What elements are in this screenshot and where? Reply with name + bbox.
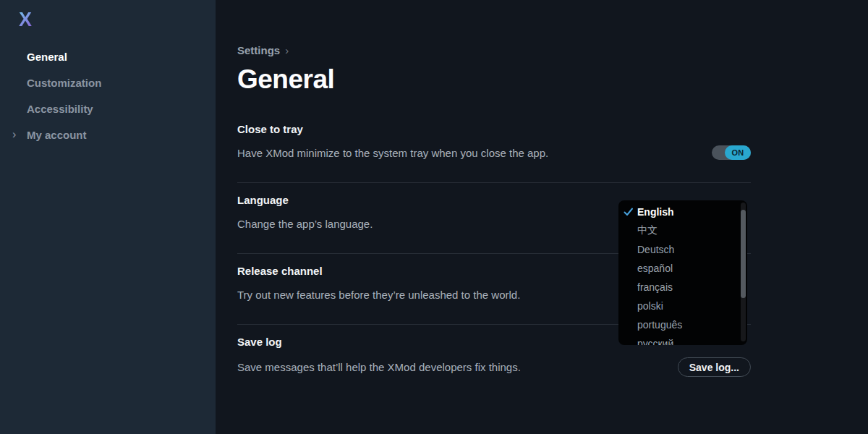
section-description: Save messages that’ll help the XMod deve… (237, 361, 521, 373)
sidebar: X General Customization Accessibility › … (0, 0, 216, 434)
language-option-polish[interactable]: polski (618, 297, 747, 315)
sidebar-item-label: My account (27, 129, 87, 141)
language-option-label: 中文 (637, 224, 658, 237)
sidebar-item-label: Customization (27, 77, 101, 89)
language-option-label: français (637, 281, 673, 293)
language-option-label: polski (637, 300, 663, 312)
language-option-french[interactable]: français (618, 278, 747, 297)
language-option-label: Deutsch (637, 244, 674, 255)
language-option-portuguese[interactable]: português (618, 315, 747, 334)
sidebar-item-general[interactable]: General (0, 43, 216, 69)
sidebar-item-label: General (27, 51, 67, 63)
page-title: General (237, 64, 751, 95)
language-option-label: English (637, 206, 674, 218)
app-logo[interactable]: X (19, 9, 32, 31)
section-description: Change the app’s language. (237, 218, 373, 230)
main-panel: Settings › General Close to tray Have XM… (216, 0, 868, 434)
section-description: Try out new features before they’re unle… (237, 289, 520, 301)
language-option-spanish[interactable]: español (618, 259, 747, 278)
language-dropdown-menu: English 中文 Deutsch español français pols… (618, 200, 747, 345)
dropdown-scrollbar-thumb[interactable] (741, 210, 746, 298)
chevron-right-icon: › (12, 129, 16, 140)
sidebar-nav: General Customization Accessibility › My… (0, 43, 216, 148)
breadcrumb[interactable]: Settings › (237, 44, 751, 56)
breadcrumb-chevron-icon: › (285, 44, 289, 56)
sidebar-item-customization[interactable]: Customization (0, 69, 216, 95)
language-option-chinese[interactable]: 中文 (618, 221, 747, 240)
language-option-label: русский (637, 338, 673, 345)
section-close-to-tray: Close to tray Have XMod minimize to the … (237, 112, 751, 183)
language-option-label: português (637, 319, 682, 331)
language-option-german[interactable]: Deutsch (618, 240, 747, 259)
section-title: Close to tray (237, 123, 751, 135)
save-log-button[interactable]: Save log... (678, 357, 751, 377)
close-to-tray-toggle[interactable]: ON (712, 145, 751, 160)
section-description: Have XMod minimize to the system tray wh… (237, 147, 548, 159)
language-option-label: español (637, 263, 673, 274)
language-option-english[interactable]: English (618, 203, 747, 221)
sidebar-item-label: Accessibility (27, 103, 93, 115)
sidebar-item-accessibility[interactable]: Accessibility (0, 95, 216, 122)
toggle-knob: ON (725, 145, 751, 160)
sidebar-item-my-account[interactable]: › My account (0, 122, 216, 148)
language-option-russian[interactable]: русский (618, 334, 747, 345)
checkmark-icon (623, 206, 634, 218)
breadcrumb-settings[interactable]: Settings (237, 44, 280, 56)
